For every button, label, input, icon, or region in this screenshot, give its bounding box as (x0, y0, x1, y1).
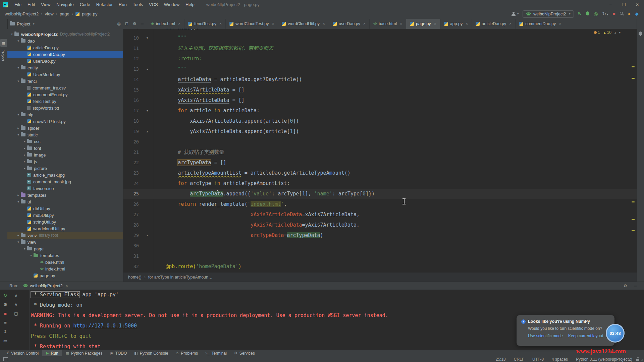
warning-stripe-mark[interactable] (632, 230, 635, 231)
menu-edit[interactable]: Edit (24, 2, 38, 7)
tree-toggle-icon[interactable]: ▸ (22, 146, 27, 150)
warning-stripe-mark[interactable] (632, 219, 635, 220)
code-line-21[interactable]: 21 # 获取帖子类别数量 (123, 147, 637, 158)
project-panel-title[interactable]: Project (17, 21, 30, 26)
tree-toggle-icon[interactable]: ▾ (16, 133, 21, 136)
tool-window-button-todo[interactable]: ▣TODO (106, 350, 130, 357)
fold-marker-icon[interactable]: ▴ (144, 230, 150, 241)
prev-issue-icon[interactable]: ▴ (614, 31, 616, 34)
soft-wrap-icon[interactable]: ≡ (2, 320, 9, 325)
tool-window-button-problems[interactable]: ⚠Problems (172, 350, 202, 357)
tree-item-stringUtil.py[interactable]: stringUtil.py (7, 219, 123, 225)
tree-item-comment_mask.jpg[interactable]: comment_mask.jpg (7, 178, 123, 185)
rerun-icon[interactable]: ↻ (2, 293, 9, 298)
tree-item-wordcloudUtil.py[interactable]: wordcloudUtil.py (7, 225, 123, 232)
code-breadcrumb-item[interactable]: home() (128, 275, 142, 280)
tool-window-button-terminal[interactable]: >_Terminal (202, 350, 230, 357)
editor-tab-commentDao.py[interactable]: commentDao.py× (516, 19, 565, 29)
tool-window-button-version-control[interactable]: ⊻Version Control (3, 350, 42, 357)
editor-tab-base.html[interactable]: </>base.html× (370, 19, 406, 29)
tree-item-spider[interactable]: ▸spider (7, 125, 123, 131)
code-line-14[interactable]: 14 articleData = articleDao.get7DayArtic… (123, 74, 637, 85)
code-line-18[interactable]: 18 xAxis7ArticleData.append(article[0]) (123, 116, 637, 126)
server-url-link[interactable]: http://127.0.0.1:5000 (73, 323, 137, 329)
code-line-10[interactable]: 10▾ """ (123, 33, 637, 43)
code-line-9[interactable]: 9def home(): (123, 29, 637, 33)
locate-icon[interactable]: ◎ (117, 21, 120, 26)
tree-toggle-icon[interactable]: ▸ (22, 167, 27, 170)
tree-item-UserModel.py[interactable]: UserModel.py (7, 71, 123, 78)
menu-navigate[interactable]: Navigate (53, 2, 76, 7)
tree-item-page.py[interactable]: page.py (7, 272, 123, 279)
use-scientific-mode-link[interactable]: Use scientific mode (528, 334, 563, 338)
tree-toggle-icon[interactable]: ▾ (16, 66, 21, 69)
tree-toggle-icon[interactable]: ▸ (22, 153, 27, 157)
menu-refactor[interactable]: Refactor (93, 2, 116, 7)
close-tab-icon[interactable]: × (219, 21, 222, 26)
close-tab-icon[interactable]: × (559, 21, 561, 26)
code-line-20[interactable]: 20 (123, 137, 637, 147)
code-editor[interactable]: 9def home():10▾ """11 进入主页面，获取相应的数据，带到页面… (123, 29, 637, 282)
breadcrumb-item[interactable]: weiboNlpProject2 (5, 11, 39, 16)
tree-item-view[interactable]: ▾view (7, 239, 123, 245)
code-line-26[interactable]: 26 return render_template('index.html', (123, 199, 637, 209)
tree-toggle-icon[interactable]: ▸ (22, 160, 27, 163)
rerun-icon[interactable]: ↻ (578, 11, 582, 16)
tree-toggle-icon[interactable]: ▸ (16, 234, 21, 237)
tree-item-md5Util.py[interactable]: md5Util.py (7, 212, 123, 219)
up-stack-icon[interactable]: ∧ (13, 293, 19, 298)
project-tool-button[interactable]: ▦ (0, 39, 7, 47)
code-line-13[interactable]: 13▴ """ (123, 64, 637, 74)
editor-tab-wordCloudUtil.py[interactable]: wordCloudUtil.py× (278, 19, 329, 29)
code-line-29[interactable]: 29▴ arcTypeData=arcTypeData) (123, 230, 637, 241)
tool-window-button-run[interactable]: ▶Run (42, 350, 62, 357)
code-line-17[interactable]: 17▾ for article in articleData: (123, 106, 637, 116)
tree-toggle-icon[interactable]: ▾ (9, 33, 14, 36)
breadcrumb-item[interactable]: page.py (82, 11, 97, 16)
tool-window-button-python-packages[interactable]: ▦Python Packages (62, 350, 106, 357)
breadcrumb-item[interactable]: page (60, 11, 69, 16)
code-line-27[interactable]: 27 xAxis7ArticleData=xAxis7ArticleData, (123, 209, 637, 220)
tree-toggle-icon[interactable]: ▾ (16, 39, 21, 43)
code-breadcrumb-item[interactable]: for arcType in articleTypeAmoun… (148, 275, 213, 280)
editor-tab-fenciTest.py[interactable]: fenciTest.py× (184, 19, 226, 29)
settings-icon[interactable]: ⚙ (624, 284, 627, 288)
close-tab-icon[interactable]: × (66, 284, 68, 288)
tree-item-base.html[interactable]: </>base.html (7, 259, 123, 265)
status-item[interactable]: CRLF (514, 357, 524, 362)
run-tab[interactable]: ☎ weiboNlpProject2 × (23, 284, 68, 288)
window-layout-icon[interactable] (3, 357, 8, 361)
code-line-30[interactable]: 30 (123, 241, 637, 251)
tree-item-venv[interactable]: ▸venvlibrary root (7, 232, 123, 239)
minimize-icon[interactable]: – (604, 2, 617, 7)
tree-item-dbUtil.py[interactable]: dbUtil.py (7, 205, 123, 212)
user-avatar[interactable]: ▾ (511, 12, 519, 16)
warning-stripe-mark[interactable] (632, 201, 635, 202)
close-tab-icon[interactable]: × (363, 21, 366, 26)
tree-item-dao[interactable]: ▾dao (7, 38, 123, 44)
resize-grip-icon[interactable]: ◢ (641, 358, 643, 361)
status-item[interactable]: Python 3.11 (weiboNlpProject2) (576, 357, 632, 362)
tree-toggle-icon[interactable]: ▾ (16, 200, 21, 203)
menu-tools[interactable]: Tools (130, 2, 146, 7)
tree-item-ui[interactable]: ▾ui (7, 198, 123, 205)
close-tab-icon[interactable]: × (272, 21, 274, 26)
editor-tab-page.py[interactable]: page.py× (406, 19, 440, 29)
menu-view[interactable]: View (38, 2, 53, 7)
tree-item-image[interactable]: ▸image (7, 152, 123, 158)
status-item[interactable]: 4 spaces (552, 357, 568, 362)
tree-item-picture[interactable]: ▸picture (7, 165, 123, 172)
menu-help[interactable]: Help (182, 2, 198, 7)
tree-item-templates[interactable]: ▾templates (7, 252, 123, 259)
tree-item-entity[interactable]: ▾entity (7, 64, 123, 71)
tree-toggle-icon[interactable]: ▾ (22, 247, 27, 250)
profiler-icon[interactable]: ↻▾ (602, 11, 608, 16)
maximize-icon[interactable]: ❐ (617, 2, 631, 7)
editor-tab-articleDao.py[interactable]: articleDao.py× (472, 19, 516, 29)
editor-tab-app.py[interactable]: app.py× (440, 19, 472, 29)
fold-marker-icon[interactable]: ▾ (144, 106, 150, 116)
close-tab-icon[interactable]: × (178, 21, 180, 26)
code-line-12[interactable]: 12 :return: (123, 54, 637, 64)
tree-item-article_mask.jpg[interactable]: article_mask.jpg (7, 172, 123, 178)
tree-item-stopWords.txt[interactable]: stopWords.txt (7, 105, 123, 111)
